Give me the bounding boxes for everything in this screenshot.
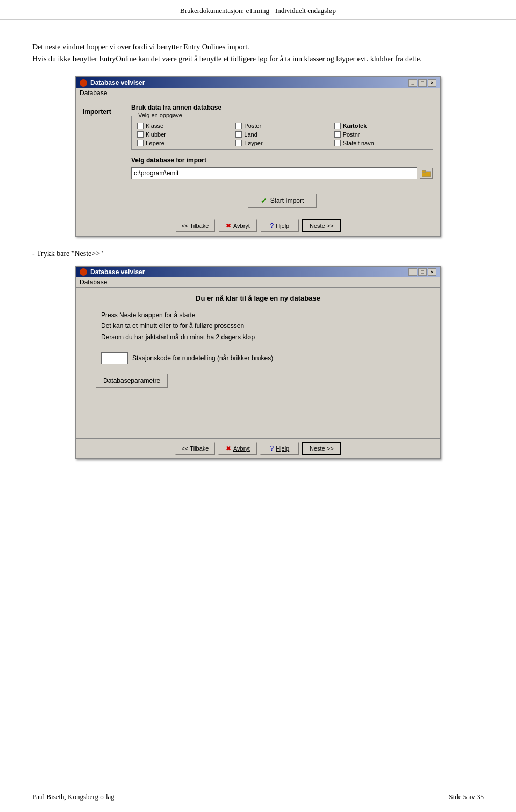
file-path-input[interactable] [131,167,417,179]
use-data-label: Bruk data fra annen database [131,104,433,111]
checkbox-postnr: Postnr [334,131,427,138]
cancel-button[interactable]: ✖ Avbryt [218,219,257,232]
titlebar-controls: _ □ × [408,79,436,87]
kartotek-checkbox[interactable] [334,123,341,129]
import-section: Velg database for import [131,156,433,179]
dialog2-title: Database veiviser [90,268,145,276]
footer-left: Paul Biseth, Kongsberg o-lag [32,793,114,801]
page-footer: Paul Biseth, Kongsberg o-lag Side 5 av 3… [32,788,484,801]
task-group: Velg en oppgave Klasse Poster [131,116,433,150]
svg-rect-1 [422,170,426,173]
poster-checkbox[interactable] [235,123,242,129]
dialog2: Database veiviser _ □ × Database Du er n… [75,266,441,459]
land-checkbox[interactable] [235,131,242,138]
stafelt-checkbox[interactable] [334,140,341,146]
klasse-checkbox[interactable] [137,123,144,129]
middle-note: - Trykk bare "Neste>>" [32,250,484,258]
minimize-button2[interactable]: _ [408,268,417,276]
titlebar-icon2 [80,268,87,276]
checkbox-klasse: Klasse [137,123,230,129]
cancel-icon: ✖ [226,222,231,230]
dialog2-footer: << Tilbake ✖ Avbryt ? Hjelp Neste >> [76,438,440,458]
dialog2-menubar: Database [76,277,440,288]
intro-text: Det neste vinduet hopper vi over fordi v… [32,41,484,66]
titlebar-controls2: _ □ × [408,268,436,276]
klubber-checkbox[interactable] [137,131,144,138]
checkbox-kartotek: Kartotek [334,123,427,129]
import-db-label: Velg database for import [131,156,433,164]
minimize-button[interactable]: _ [408,79,417,87]
group-title: Velg en oppgave [136,112,184,118]
checkbox-klubber: Klubber [137,131,230,138]
lopere-checkbox[interactable] [137,140,144,146]
cancel-icon2: ✖ [226,445,231,452]
dialog1: Database veiviser _ □ × Database Importe… [75,76,441,237]
dialog1-titlebar: Database veiviser _ □ × [76,77,440,88]
dialog1-menubar: Database [76,88,440,98]
footer-right: Side 5 av 35 [449,793,484,801]
start-import-button[interactable]: ✔ Start Import [247,193,317,208]
checkbox-poster: Poster [235,123,328,129]
imported-label: Importert [83,108,120,116]
dialog1-title: Database veiviser [90,79,145,87]
dialog2-main-label: Du er nå klar til å lage en ny database [85,294,431,302]
checkbox-land: Land [235,131,328,138]
maximize-button2[interactable]: □ [418,268,427,276]
stasjon-row: Stasjonskode for rundetelling (når brikk… [101,352,431,364]
back-button[interactable]: << Tilbake [175,219,216,232]
close-button2[interactable]: × [428,268,436,276]
checkbox-lopere: Løpere [137,140,230,146]
dialog1-footer: << Tilbake ✖ Avbryt ? Hjelp Neste >> [76,216,440,236]
checkbox-loyper: Løyper [235,140,328,146]
close-button[interactable]: × [428,79,436,87]
checkbox-stafelt: Stafelt navn [334,140,427,146]
checkbox-grid: Klasse Poster Kartotek [137,123,427,146]
db-param-button[interactable]: Databaseparametre [96,374,168,388]
next-button[interactable]: Neste >> [302,219,341,232]
dialog2-body: Du er nå klar til å lage en ny database … [76,288,440,438]
checkmark-icon: ✔ [261,196,267,205]
maximize-button[interactable]: □ [418,79,427,87]
stasjon-input[interactable] [101,352,128,364]
help-icon2: ? [270,445,274,452]
help-button2[interactable]: ? Hjelp [260,442,299,455]
dialog2-info: Press Neste knappen for å starte Det kan… [101,310,431,343]
dialog1-body: Importert Bruk data fra annen database V… [76,98,440,216]
help-button[interactable]: ? Hjelp [260,219,299,232]
dialog2-titlebar: Database veiviser _ □ × [76,267,440,277]
back-button2[interactable]: << Tilbake [175,442,216,455]
loyper-checkbox[interactable] [235,140,242,146]
file-input-row [131,167,433,179]
folder-icon [422,169,431,177]
help-icon: ? [270,222,274,230]
cancel-button2[interactable]: ✖ Avbryt [218,442,257,455]
postnr-checkbox[interactable] [334,131,341,138]
browse-button[interactable] [419,167,433,179]
titlebar-icon [80,79,87,87]
page-header: Brukerdokumentasjon: eTiming - Individue… [0,0,516,20]
next-button2[interactable]: Neste >> [302,442,341,455]
